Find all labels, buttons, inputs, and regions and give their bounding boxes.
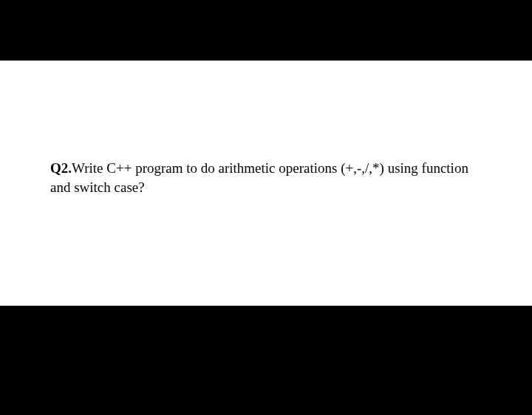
- bottom-black-bar: [0, 306, 532, 415]
- question-content: Q2.Write C++ program to do arithmetic op…: [50, 159, 495, 196]
- top-black-bar: [0, 0, 532, 61]
- question-text-line2: and switch case?: [50, 179, 145, 195]
- question-label: Q2.: [50, 160, 72, 176]
- question-text-line1: Write C++ program to do arithmetic opera…: [72, 160, 468, 176]
